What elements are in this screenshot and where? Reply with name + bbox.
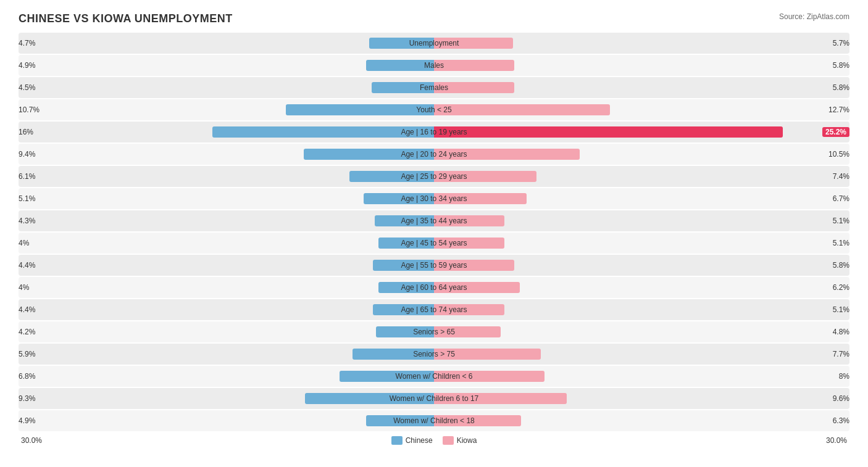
right-value: 9.6% [833,394,849,403]
right-section: 7.4% [434,167,849,186]
left-section: 4.7% [19,34,434,52]
row-inner: 4.5% Females 5.8% [19,78,849,97]
right-section: 5.8% [434,78,849,97]
right-section: 4.8% [434,323,849,341]
left-section: 4.9% [19,411,434,430]
row-inner: 5.9% Seniors > 75 7.7% [19,345,849,363]
row-inner: 9.4% Age | 20 to 24 years 10.5% [19,145,849,163]
blue-bar [373,260,434,271]
pink-bar [434,126,783,138]
row-inner: 4% Age | 60 to 64 years 6.2% [19,278,849,297]
legend-item-chinese: Chinese [391,436,433,445]
row-inner: 4.3% Age | 35 to 44 years 5.1% [19,212,849,230]
blue-bar [340,371,434,382]
pink-bar [434,371,545,382]
right-value: 8% [839,372,849,381]
bar-row: 4.4% Age | 65 to 74 years 5.1% [19,299,849,320]
right-value: 10.5% [828,150,849,159]
blue-bar [369,38,434,49]
blue-bar [378,282,434,293]
row-inner: 4.7% Unemployment 5.7% [19,34,849,52]
left-section: 4.2% [19,323,434,341]
row-inner: 4.4% Age | 65 to 74 years 5.1% [19,300,849,319]
legend-label-kiowa: Kiowa [457,436,477,445]
left-value: 6.1% [19,172,35,181]
pink-bar [434,349,541,360]
bar-row: 9.4% Age | 20 to 24 years 10.5% [19,144,849,165]
right-section: 9.6% [434,389,849,408]
right-section: 7.7% [434,345,849,363]
row-inner: 4.9% Males 5.8% [19,56,849,75]
blue-bar [349,171,434,182]
left-section: 4.5% [19,78,434,97]
row-inner: 5.1% Age | 30 to 34 years 6.7% [19,189,849,208]
left-value: 4.5% [19,83,35,92]
bar-row: 5.9% Seniors > 75 7.7% [19,344,849,365]
left-value: 4.2% [19,328,35,336]
legend: Chinese Kiowa [391,436,477,445]
bar-row: 4.7% Unemployment 5.7% [19,33,849,54]
right-section: 5.8% [434,56,849,75]
right-value: 6.3% [833,416,849,425]
footer-left-value: 30.0% [21,436,42,445]
right-section: 6.3% [434,411,849,430]
blue-bar [212,126,434,138]
right-section: 8% [434,367,849,386]
right-section: 10.5% [434,145,849,163]
blue-bar [366,60,434,71]
left-value: 4.7% [19,39,35,48]
bar-row: 4.3% Age | 35 to 44 years 5.1% [19,210,849,231]
left-section: 6.1% [19,167,434,186]
bar-row: 4.2% Seniors > 65 4.8% [19,321,849,342]
right-value: 25.2% [822,127,849,137]
left-value: 4.9% [19,61,35,70]
blue-bar [305,393,434,404]
left-value: 4% [19,239,29,247]
legend-color-kiowa [443,436,454,445]
blue-bar [304,149,434,160]
right-value: 6.2% [833,283,849,292]
right-section: 5.1% [434,234,849,252]
bar-row: 4.4% Age | 55 to 59 years 5.8% [19,255,849,276]
left-section: 4.4% [19,256,434,275]
left-value: 4.4% [19,305,35,314]
right-section: 25.2% [434,123,849,141]
row-inner: 6.8% Women w/ Children < 6 8% [19,367,849,386]
left-section: 6.8% [19,367,434,386]
pink-bar [434,393,567,404]
left-value: 5.9% [19,350,35,358]
left-section: 9.3% [19,389,434,408]
right-value: 5.1% [833,239,849,247]
pink-bar [434,304,504,315]
pink-bar [434,171,536,182]
left-section: 5.9% [19,345,434,363]
chart-header: CHINESE VS KIOWA UNEMPLOYMENT Source: Zi… [19,12,849,25]
right-value: 5.1% [833,217,849,225]
legend-label-chinese: Chinese [406,436,433,445]
blue-bar [378,238,434,249]
chart-source: Source: ZipAtlas.com [779,12,849,21]
pink-bar [434,149,580,160]
footer-right-value: 30.0% [826,436,847,445]
right-section: 5.7% [434,34,849,52]
left-value: 4% [19,283,29,292]
pink-bar [434,238,504,249]
right-section: 5.1% [434,212,849,230]
left-section: 5.1% [19,189,434,208]
left-section: 4.4% [19,300,434,319]
row-inner: 4.2% Seniors > 65 4.8% [19,323,849,341]
legend-item-kiowa: Kiowa [443,436,477,445]
blue-bar [353,349,434,360]
right-section: 12.7% [434,101,849,119]
row-inner: 4% Age | 45 to 54 years 5.1% [19,234,849,252]
blue-bar [372,82,434,93]
blue-bar [286,104,434,115]
bar-row: 4.9% Women w/ Children < 18 6.3% [19,410,849,431]
bar-row: 16% Age | 16 to 19 years 25.2% [19,122,849,143]
blue-bar [364,193,434,204]
right-value: 5.8% [833,261,849,270]
left-value: 5.1% [19,194,35,203]
left-section: 10.7% [19,101,434,119]
pink-bar [434,415,521,426]
left-value: 10.7% [19,105,40,114]
